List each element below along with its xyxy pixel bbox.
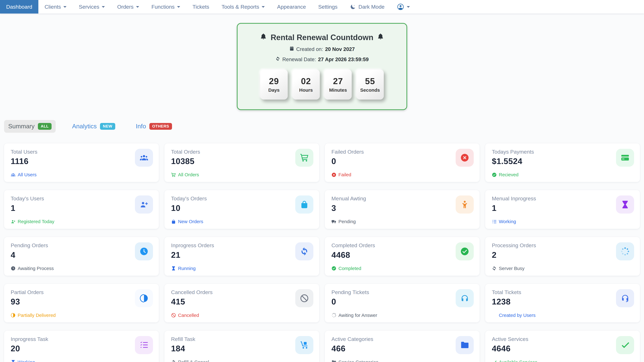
ban-icon [295, 289, 313, 307]
card-footer-label: Server Busy [499, 266, 525, 271]
card-footer-label: Cancelled [178, 312, 199, 318]
tab-analytics[interactable]: Analytics NEW [68, 120, 119, 133]
card-footer-label: Recieved [499, 172, 518, 178]
half-circle-icon [135, 289, 153, 307]
card-footer-label: Registered Today [18, 219, 54, 224]
stat-card-total-tickets[interactable]: Total Tickets 1238 Created by Users [485, 284, 640, 322]
card-footer: Partially Delivered [11, 312, 152, 318]
tasks-icon [492, 219, 497, 224]
countdown-unit-value: 27 [333, 76, 343, 86]
tab-badge: NEW [100, 123, 115, 130]
renewal-date-label: Renewal Date: [282, 56, 316, 62]
caret-down-icon [177, 6, 180, 8]
stat-card-inprogress-orders[interactable]: Inprogress Orders 21 Running [164, 237, 319, 276]
nav-item-orders[interactable]: Orders [111, 0, 145, 14]
stat-card-processing-orders[interactable]: Processing Orders 2 Server Busy [485, 237, 640, 276]
dashboard-tabs: Summary ALL Analytics NEW Info OTHERS [4, 120, 644, 133]
card-title: Active Categories [332, 336, 473, 342]
countdown-section: Rental Renewal Countdown Created on: 20 … [0, 14, 644, 110]
stat-card-today-s-orders[interactable]: Today's Orders 10 New Orders [164, 190, 319, 229]
stat-card-completed-orders[interactable]: Completed Orders 4468 Completed [325, 237, 480, 276]
card-title: Menual Awting [332, 196, 473, 202]
nav-item-tools-reports[interactable]: Tools & Reports [216, 0, 271, 14]
half-circle-icon [11, 313, 16, 318]
card-footer: Completed [332, 266, 473, 271]
tab-info[interactable]: Info OTHERS [132, 120, 176, 133]
stat-card-cancelled-orders[interactable]: Cancelled Orders 415 Cancelled [164, 284, 319, 322]
stat-card-todays-payments[interactable]: Todays Payments $1.5524 Recieved [485, 144, 640, 182]
tab-summary[interactable]: Summary ALL [4, 120, 56, 133]
card-footer-label: All Users [18, 172, 36, 178]
card-footer-label: Refill & Cancel [178, 360, 209, 362]
clock-icon [135, 242, 153, 260]
users-icon [135, 149, 153, 167]
tab-badge: OTHERS [149, 123, 172, 130]
card-value: 0 [332, 156, 473, 166]
card-footer-label: Created by Users [499, 312, 536, 318]
stat-card-failed-orders[interactable]: Failed Orders 0 Failed [325, 144, 480, 182]
stat-card-total-orders[interactable]: Total Orders 10385 All Orders [164, 144, 319, 182]
user-circle-icon [397, 3, 404, 10]
nav-item-dashboard[interactable]: Dashboard [0, 0, 38, 14]
card-footer-label: Awiting for Answer [338, 312, 377, 318]
stat-card-pending-orders[interactable]: Pending Orders 4 Awaiting Process [4, 237, 159, 276]
card-value: $1.5524 [492, 156, 633, 166]
tasks-icon [135, 336, 153, 354]
caret-down-icon [63, 6, 66, 8]
card-value: 4 [11, 250, 152, 260]
truck-icon [332, 219, 336, 224]
stat-card-partial-orders[interactable]: Partial Orders 93 Partially Delivered [4, 284, 159, 322]
nav-item-services[interactable]: Services [73, 0, 111, 14]
stat-card-inprogress-task[interactable]: Inprogress Task 20 Working [4, 331, 159, 362]
countdown-unit-value: 55 [365, 76, 375, 86]
card-footer: Working [11, 360, 152, 362]
stat-card-active-categories[interactable]: Active Categories 466 Service Categories [325, 331, 480, 362]
check-circle-icon [456, 242, 474, 260]
spinner-icon [332, 313, 336, 318]
nav-item-label: Appearance [277, 4, 306, 10]
card-value: 1 [492, 203, 633, 213]
renewal-date-value: 27 Apr 2026 23:59:59 [318, 56, 369, 62]
card-title: Inprogress Orders [171, 242, 312, 248]
refresh-icon [275, 56, 280, 62]
nav-item-appearance[interactable]: Appearance [271, 0, 312, 14]
users-icon [11, 172, 16, 177]
nav-item-dark-mode[interactable]: Dark Mode [344, 0, 391, 14]
countdown-unit-value: 02 [301, 76, 311, 86]
stat-card-menual-inprogress[interactable]: Menual Inprogress 1 Working [485, 190, 640, 229]
nav-item-settings[interactable]: Settings [312, 0, 344, 14]
countdown-unit: 55 Seconds [356, 70, 384, 100]
card-footer: All Users [11, 172, 152, 178]
card-footer: Server Busy [492, 266, 633, 271]
stat-card-pending-tickets[interactable]: Pending Tickets 0 Awiting for Answer [325, 284, 480, 322]
card-footer: Created by Users [492, 312, 633, 318]
card-title: Pending Tickets [332, 289, 473, 295]
countdown-unit-label: Days [268, 88, 280, 93]
headphones-icon [456, 289, 474, 307]
card-footer-label: New Orders [178, 219, 203, 224]
caret-down-icon [102, 6, 105, 8]
credit-card-icon [616, 149, 634, 167]
nav-item-tickets[interactable]: Tickets [186, 0, 216, 14]
stat-card-active-services[interactable]: Active Services 4646 Available Services [485, 331, 640, 362]
card-title: Processing Orders [492, 242, 633, 248]
card-title: Failed Orders [332, 149, 473, 155]
nav-item-clients[interactable]: Clients [38, 0, 73, 14]
card-footer: Available Services [492, 360, 633, 362]
stat-card-total-users[interactable]: Total Users 1116 All Users [4, 144, 159, 182]
caret-down-icon [407, 6, 410, 8]
cart-icon [295, 149, 313, 167]
nav-item-user-menu[interactable] [391, 0, 416, 14]
card-footer: Failed [332, 172, 473, 178]
tab-label: Info [136, 123, 146, 130]
stat-card-menual-awting[interactable]: Menual Awting 3 Pending [325, 190, 480, 229]
stat-card-refill-task[interactable]: Refill Task 184 Refill & Cancel [164, 331, 319, 362]
stat-card-today-s-users[interactable]: Today's Users 1 Registered Today [4, 190, 159, 229]
hourglass-icon [171, 266, 176, 271]
card-value: 0 [332, 297, 473, 306]
card-footer: Awaiting Process [11, 266, 152, 271]
nav-item-functions[interactable]: Functions [145, 0, 186, 14]
card-value: 10 [171, 203, 312, 213]
nav-item-label: Settings [318, 4, 338, 10]
card-value: 21 [171, 250, 312, 260]
